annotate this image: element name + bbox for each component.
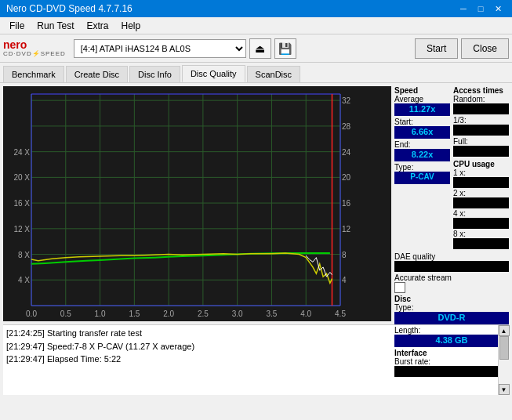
accurate-stream-checkbox[interactable] xyxy=(394,282,405,293)
tab-create-disc[interactable]: Create Disc xyxy=(66,66,128,82)
main-content: Speed Average 11.27x Start: 6.66x End: 8… xyxy=(0,83,512,324)
speed-avg-label: Average xyxy=(394,95,450,103)
speed-section: Speed Average 11.27x Start: 6.66x End: 8… xyxy=(394,86,450,249)
access-onethird-label: 1/3: xyxy=(453,116,509,125)
start-button[interactable]: Start xyxy=(415,38,458,59)
minimize-button[interactable]: ─ xyxy=(456,2,471,16)
maximize-button[interactable]: □ xyxy=(473,2,488,16)
log-scrollbar: ▲ ▼ xyxy=(498,325,509,395)
access-onethird-bar xyxy=(453,125,509,136)
disc-type-title: Disc xyxy=(394,295,509,303)
toolbar: nero CD·DVD⚡SPEED [4:4] ATAPI iHAS124 B … xyxy=(0,34,512,63)
log-content: [21:24:25] Starting transfer rate test [… xyxy=(3,325,498,395)
access-random-label: Random: xyxy=(453,95,509,103)
dae-section: DAE quality xyxy=(394,252,509,272)
speed-type-value: P-CAV xyxy=(394,172,450,184)
eject-button[interactable]: ⏏ xyxy=(249,38,271,59)
menu-run-test[interactable]: Run Test xyxy=(31,19,80,33)
menu-help[interactable]: Help xyxy=(115,19,147,33)
right-panel: Speed Average 11.27x Start: 6.66x End: 8… xyxy=(394,83,512,324)
app-title: Nero CD-DVD Speed 4.7.7.16 xyxy=(6,3,133,14)
nero-logo-sub: CD·DVD⚡SPEED xyxy=(3,50,66,57)
scroll-track xyxy=(499,336,509,384)
log-area: [21:24:25] Starting transfer rate test [… xyxy=(3,324,509,395)
nero-logo: nero CD·DVD⚡SPEED xyxy=(3,39,66,57)
cpu-x4-bar xyxy=(453,218,509,229)
tab-scandisc[interactable]: ScanDisc xyxy=(247,66,300,82)
menu-bar: File Run Test Extra Help xyxy=(0,17,512,34)
dae-bar xyxy=(394,261,509,272)
disc-type-label: Type: xyxy=(394,303,509,312)
speed-type-label: Type: xyxy=(394,163,450,172)
tab-benchmark[interactable]: Benchmark xyxy=(3,66,64,82)
close-window-button[interactable]: ✕ xyxy=(490,2,506,16)
tab-disc-info[interactable]: Disc Info xyxy=(129,66,180,82)
access-random-bar xyxy=(453,103,509,114)
log-line-2: [21:29:47] Speed:7-8 X P-CAV (11.27 X av… xyxy=(6,340,495,353)
scroll-up-button[interactable]: ▲ xyxy=(499,325,510,336)
menu-extra[interactable]: Extra xyxy=(80,19,114,33)
scroll-thumb[interactable] xyxy=(499,336,509,360)
tab-bar: Benchmark Create Disc Disc Info Disc Qua… xyxy=(0,63,512,83)
close-button[interactable]: Close xyxy=(461,38,509,59)
accurate-stream-label: Accurate stream xyxy=(394,273,509,282)
cpu-x1-bar xyxy=(453,177,509,188)
cpu-title: CPU usage xyxy=(453,160,509,168)
cpu-x2-label: 2 x: xyxy=(453,189,509,197)
chart-area xyxy=(3,86,391,321)
tab-disc-quality[interactable]: Disc Quality xyxy=(182,65,245,82)
dae-title: DAE quality xyxy=(394,252,509,261)
accurate-stream-section: Accurate stream xyxy=(394,273,509,293)
speed-end-value: 8.22x xyxy=(394,149,450,161)
save-button[interactable]: 💾 xyxy=(274,38,296,59)
log-line-3: [21:29:47] Elapsed Time: 5:22 xyxy=(6,353,495,366)
nero-logo-text: nero xyxy=(3,39,27,50)
scroll-down-button[interactable]: ▼ xyxy=(499,384,510,395)
speed-avg-value: 11.27x xyxy=(394,103,450,116)
speed-start-label: Start: xyxy=(394,118,450,126)
access-title: Access times xyxy=(453,86,509,95)
window-controls: ─ □ ✕ xyxy=(456,2,506,16)
access-full-bar xyxy=(453,146,509,157)
speed-end-label: End: xyxy=(394,140,450,149)
drive-select[interactable]: [4:4] ATAPI iHAS124 B AL0S xyxy=(74,39,246,58)
speed-start-value: 6.66x xyxy=(394,126,450,139)
access-times-section: Access times Random: 1/3: Full: CPU usag… xyxy=(453,86,509,249)
disc-type-value: DVD-R xyxy=(394,312,509,324)
cpu-x8-label: 8 x: xyxy=(453,230,509,238)
cpu-x1-label: 1 x: xyxy=(453,168,509,177)
access-full-label: Full: xyxy=(453,137,509,146)
cpu-x8-bar xyxy=(453,238,509,249)
log-line-1: [21:24:25] Starting transfer rate test xyxy=(6,327,495,340)
title-bar: Nero CD-DVD Speed 4.7.7.16 ─ □ ✕ xyxy=(0,0,512,17)
menu-file[interactable]: File xyxy=(3,19,31,33)
speed-title: Speed xyxy=(394,86,450,95)
cpu-x4-label: 4 x: xyxy=(453,209,509,218)
cpu-x2-bar xyxy=(453,197,509,208)
